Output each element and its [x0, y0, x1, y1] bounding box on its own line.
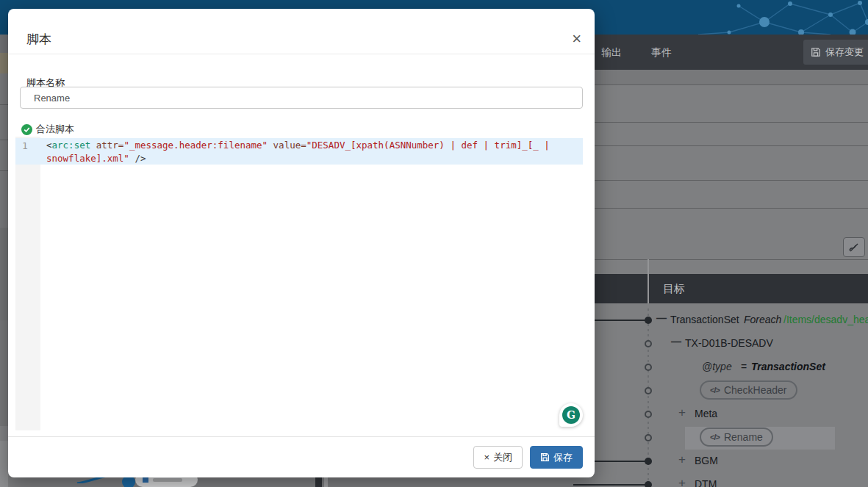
left-sliver: [0, 320, 8, 426]
attr-value: TransactionSet: [751, 361, 825, 372]
left-sliver: [0, 228, 8, 320]
foreach-path: /Items/desadv_hea: [783, 314, 868, 325]
editor-gutter: [15, 137, 40, 430]
code-line[interactable]: <arc:set attr="_message.header:filename"…: [46, 139, 581, 165]
code-token: [90, 140, 96, 151]
attr-name: @type: [702, 361, 732, 372]
close-button-label: 关闭: [493, 451, 512, 464]
left-sliver: [0, 35, 8, 53]
collapse-dash[interactable]: —: [656, 312, 667, 324]
script-valid-status: 合法脚本: [21, 123, 74, 136]
node-label: TX-D01B-DESADV: [685, 337, 773, 349]
node-dot[interactable]: [645, 481, 652, 487]
code-token: <: [46, 140, 52, 151]
left-sliver-separator: [0, 104, 8, 105]
toggle-mapping-lines-button[interactable]: [843, 237, 865, 257]
left-sliver: [0, 426, 8, 441]
canvas-fragment: [315, 476, 322, 487]
modal-divider: [8, 54, 595, 54]
foreach-keyword: Foreach: [744, 314, 781, 325]
left-sliver: [0, 441, 8, 487]
node-label: BGM: [695, 455, 718, 466]
node-label: TransactionSet: [670, 314, 739, 325]
node-dot[interactable]: [645, 387, 652, 394]
node-dot[interactable]: [645, 317, 652, 324]
collapse-dash[interactable]: —: [671, 336, 681, 347]
left-sliver: [0, 73, 8, 228]
valid-script-label: 合法脚本: [36, 123, 74, 136]
save-button[interactable]: 保存: [530, 446, 583, 469]
node-dot[interactable]: [645, 340, 652, 347]
network-decoration: [610, 0, 868, 35]
modal-close-icon[interactable]: ×: [572, 31, 581, 47]
node-label: DTM: [695, 478, 717, 487]
script-code-editor[interactable]: 1 <arc:set attr="_message.header:filenam…: [15, 137, 583, 430]
app-root: 输出 事件 保存变更 目标 —: [0, 0, 868, 487]
node-dot[interactable]: [645, 434, 652, 441]
connector: [573, 484, 649, 486]
save-button-label: 保存: [553, 451, 573, 464]
check-circle-icon: [21, 124, 32, 135]
script-pill-checkheader[interactable]: </> CheckHeader: [700, 380, 797, 400]
left-sliver-separator: [0, 170, 8, 171]
close-x-icon: ×: [484, 452, 489, 463]
save-changes-button[interactable]: 保存变更: [803, 40, 868, 65]
target-panel-header: 目标: [559, 274, 868, 303]
script-name-input[interactable]: [20, 87, 583, 109]
modal-title: 脚本: [26, 31, 51, 48]
node-dot[interactable]: [645, 458, 652, 465]
left-sliver-highlighted-row: [0, 53, 8, 73]
script-pill-rename[interactable]: </> Rename: [700, 428, 773, 447]
expand-plus[interactable]: +: [678, 405, 686, 420]
tab-events[interactable]: 事件: [651, 35, 672, 70]
grammarly-icon: G: [562, 406, 580, 424]
target-panel-title: 目标: [663, 282, 685, 296]
code-icon: </>: [710, 386, 720, 394]
close-button[interactable]: × 关闭: [473, 446, 523, 469]
left-sliver-separator: [0, 140, 8, 140]
floppy-icon: [540, 452, 550, 462]
script-modal: 脚本 × 脚本名称 合法脚本 1 <arc:set attr="_message…: [8, 9, 595, 477]
tab-output[interactable]: 输出: [601, 35, 622, 70]
floppy-icon: [811, 47, 821, 57]
code-token: attr=: [96, 140, 124, 151]
node-dot[interactable]: [645, 411, 652, 418]
code-token: [268, 140, 273, 151]
expand-plus[interactable]: +: [678, 476, 686, 487]
equals-sign: =: [741, 361, 747, 372]
modal-footer: × 关闭 保存: [8, 436, 595, 477]
pill-label: Rename: [724, 431, 763, 443]
save-changes-label: 保存变更: [825, 46, 864, 59]
node-dot[interactable]: [645, 364, 652, 371]
code-token: "_message.header:filename": [123, 140, 268, 151]
unlink-icon: [848, 242, 860, 253]
node-label: Meta: [695, 408, 717, 419]
code-token: value=: [273, 140, 306, 151]
pill-label: CheckHeader: [724, 384, 787, 396]
code-icon: </>: [710, 433, 720, 441]
grammarly-badge[interactable]: G: [559, 403, 583, 427]
code-token: />: [134, 153, 146, 164]
code-token: arc:set: [52, 140, 91, 151]
tree-connector-line: [648, 259, 649, 303]
line-number: 1: [15, 140, 35, 153]
expand-plus[interactable]: +: [678, 452, 686, 467]
